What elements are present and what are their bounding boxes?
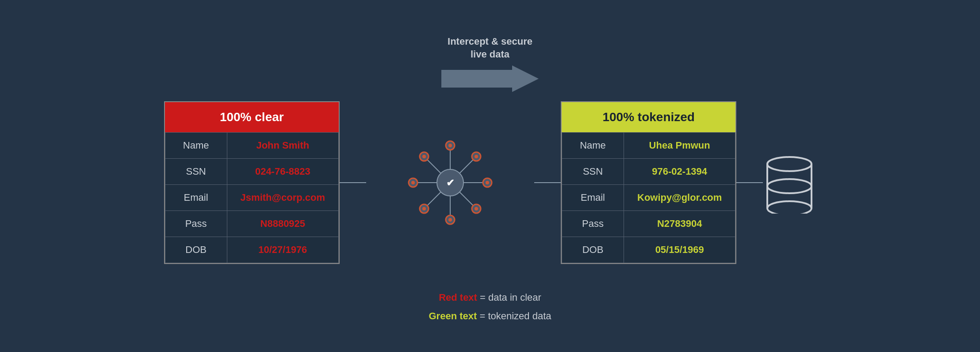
field-value: Uhea Pmwun xyxy=(624,133,735,159)
svg-point-20 xyxy=(422,207,426,210)
field-value: N2783904 xyxy=(624,211,735,237)
svg-point-23 xyxy=(411,181,415,184)
arrow-label-area: Intercept & secure live data xyxy=(441,35,539,94)
left-table: 100% clear Name John Smith SSN 024-76-88… xyxy=(164,101,340,264)
legend-red-word: Red text xyxy=(439,292,477,303)
right-connector-line xyxy=(534,182,561,183)
field-value: 976-02-1394 xyxy=(624,159,735,185)
table-row: Email Jsmith@corp.com xyxy=(165,185,338,211)
field-value: 024-76-8823 xyxy=(227,159,338,185)
field-label: Email xyxy=(562,185,624,211)
table-row: SSN 976-02-1394 xyxy=(562,159,735,185)
db-connector-line xyxy=(736,182,763,183)
table-row: Pass N2783904 xyxy=(562,211,735,237)
layout-row: 100% clear Name John Smith SSN 024-76-88… xyxy=(164,101,816,264)
table-row: Email Kowipy@glor.com xyxy=(562,185,735,211)
table-row: DOB 10/27/1976 xyxy=(165,237,338,263)
svg-point-14 xyxy=(475,207,478,210)
arrow-icon xyxy=(441,63,539,94)
field-label: SSN xyxy=(562,159,624,185)
field-label: DOB xyxy=(165,237,227,263)
legend-red-suffix: = data in clear xyxy=(477,292,541,303)
database-icon xyxy=(763,152,816,214)
field-value: 10/27/1976 xyxy=(227,237,338,263)
field-label: Pass xyxy=(165,211,227,237)
legend: Red text = data in clear Green text = to… xyxy=(429,288,551,325)
center-hub-area: ✔ xyxy=(375,138,525,227)
left-table-header: 100% clear xyxy=(165,102,339,132)
legend-green-word: Green text xyxy=(429,310,477,321)
svg-point-11 xyxy=(486,181,489,184)
field-label: DOB xyxy=(562,237,624,263)
left-connector-line xyxy=(340,182,366,183)
field-value: Jsmith@corp.com xyxy=(227,185,338,211)
legend-green-suffix: = tokenized data xyxy=(477,310,551,321)
svg-text:✔: ✔ xyxy=(446,177,454,188)
table-row: DOB 05/15/1969 xyxy=(562,237,735,263)
main-container: Intercept & secure live data 100% clear … xyxy=(0,0,980,352)
legend-red-line: Red text = data in clear xyxy=(429,288,551,307)
svg-point-29 xyxy=(767,201,812,214)
svg-line-24 xyxy=(426,158,441,173)
svg-marker-0 xyxy=(441,65,539,92)
svg-point-28 xyxy=(767,179,812,193)
right-table-body: Name Uhea Pmwun SSN 976-02-1394 Email Ko… xyxy=(562,132,735,263)
svg-point-5 xyxy=(448,144,452,147)
svg-line-18 xyxy=(426,192,441,207)
table-row: SSN 024-76-8823 xyxy=(165,159,338,185)
hub-icon: ✔ xyxy=(406,138,494,227)
field-value: Kowipy@glor.com xyxy=(624,185,735,211)
svg-line-6 xyxy=(459,158,475,173)
arrow-label: Intercept & secure live data xyxy=(448,35,532,61)
left-table-body: Name John Smith SSN 024-76-8823 Email Js… xyxy=(165,132,339,263)
table-row: Name John Smith xyxy=(165,133,338,159)
field-label: Email xyxy=(165,185,227,211)
field-value: John Smith xyxy=(227,133,338,159)
svg-point-17 xyxy=(448,218,452,222)
field-value: N8880925 xyxy=(227,211,338,237)
field-label: Name xyxy=(562,133,624,159)
right-table: 100% tokenized Name Uhea Pmwun SSN 976-0… xyxy=(561,101,736,264)
svg-point-27 xyxy=(767,157,812,171)
field-value: 05/15/1969 xyxy=(624,237,735,263)
svg-line-12 xyxy=(459,192,475,207)
table-row: Name Uhea Pmwun xyxy=(562,133,735,159)
svg-point-8 xyxy=(475,155,478,158)
right-table-header: 100% tokenized xyxy=(562,102,735,132)
legend-green-line: Green text = tokenized data xyxy=(429,307,551,325)
svg-point-26 xyxy=(422,155,426,158)
field-label: Name xyxy=(165,133,227,159)
table-row: Pass N8880925 xyxy=(165,211,338,237)
field-label: SSN xyxy=(165,159,227,185)
field-label: Pass xyxy=(562,211,624,237)
